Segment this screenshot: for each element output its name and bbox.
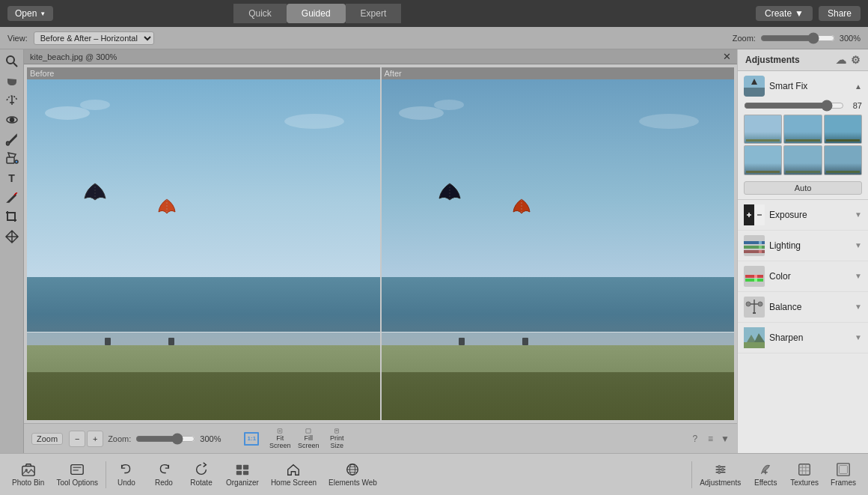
type-icon: T xyxy=(8,172,15,184)
crop-tool-button[interactable] xyxy=(3,208,21,226)
preview-thumb-3[interactable] xyxy=(824,115,862,144)
tool-options-button[interactable]: Tool Options xyxy=(50,462,104,487)
tab-quick[interactable]: Quick xyxy=(233,4,287,23)
hand-tool-button[interactable] xyxy=(3,72,21,90)
top-right-actions: Create ▼ Share xyxy=(756,6,861,21)
share-button[interactable]: Share xyxy=(819,6,861,21)
svg-point-3 xyxy=(10,118,13,122)
bottom-right-tabs: Adjustments Effects Textures xyxy=(690,461,862,488)
svg-rect-67 xyxy=(799,464,810,476)
sharpen-arrow: ▼ xyxy=(855,333,862,341)
surfer2 xyxy=(168,338,174,345)
svg-point-65 xyxy=(721,468,724,471)
lighting-label: Lighting xyxy=(769,240,850,251)
share-label: Share xyxy=(828,8,852,19)
frames-tab-icon xyxy=(836,462,851,477)
balance-item[interactable]: Balance ▼ xyxy=(738,292,868,323)
undo-button[interactable]: Undo xyxy=(108,462,145,487)
fit-screen-label: Fit Screen xyxy=(269,434,291,449)
textures-tab-button[interactable]: Textures xyxy=(784,462,825,487)
auto-button[interactable]: Auto xyxy=(744,181,862,195)
tab-expert[interactable]: Expert xyxy=(346,4,402,23)
elements-web-button[interactable]: Elements Web xyxy=(323,462,383,487)
print-size-button[interactable]: Print Size xyxy=(326,428,348,449)
lighting-item[interactable]: Lighting ▼ xyxy=(738,231,868,261)
brush-tool-button[interactable] xyxy=(3,130,21,148)
redo-button[interactable]: Redo xyxy=(145,462,183,487)
photo-bin-icon xyxy=(21,462,36,477)
smart-brush-button[interactable] xyxy=(3,189,21,207)
zoom-label: Zoom: xyxy=(733,34,756,43)
exposure-icon xyxy=(744,204,765,225)
close-canvas-button[interactable]: ✕ xyxy=(723,51,731,62)
redo-icon xyxy=(156,462,171,477)
zoom-out-button[interactable]: − xyxy=(69,431,85,447)
rotate-button[interactable]: Rotate xyxy=(183,462,220,487)
svg-rect-73 xyxy=(840,466,848,474)
smart-fix-slider-row: 87 xyxy=(744,100,862,112)
fit-screen-button[interactable]: Fit Screen xyxy=(269,428,291,449)
svg-rect-10 xyxy=(306,428,311,433)
open-button[interactable]: Open ▼ xyxy=(7,6,53,21)
open-arrow-icon: ▼ xyxy=(40,10,46,17)
svg-rect-5 xyxy=(7,157,14,163)
svg-rect-35 xyxy=(754,279,757,282)
canvas-wrap: kite_beach.jpg @ 300% ✕ Before xyxy=(24,49,737,453)
surfer1 xyxy=(105,338,111,345)
top-bar: Open ▼ Quick Guided Expert Create ▼ Shar… xyxy=(0,0,868,27)
zoom-slider[interactable] xyxy=(760,32,835,44)
view-select[interactable]: Before & After – Horizontal xyxy=(34,31,154,45)
view-label: View: xyxy=(7,34,28,43)
adjustments-tab-icon xyxy=(713,462,728,477)
svg-rect-30 xyxy=(759,250,762,253)
zoom-slider-bottom[interactable] xyxy=(135,433,195,445)
tab-guided[interactable]: Guided xyxy=(287,4,346,23)
home-screen-button[interactable]: Home Screen xyxy=(265,462,323,487)
exposure-item[interactable]: Exposure ▼ xyxy=(738,200,868,231)
left-toolbar: T xyxy=(0,49,24,453)
help-icon[interactable]: ? xyxy=(692,434,697,444)
create-button[interactable]: Create ▼ xyxy=(756,6,813,21)
paint-bucket-button[interactable] xyxy=(3,150,21,168)
fill-screen-label: Fill Screen xyxy=(297,434,320,449)
quick-select-button[interactable] xyxy=(3,91,21,109)
photo-bin-button[interactable]: Photo Bin xyxy=(6,462,50,487)
view-1to1-button[interactable]: 1:1 xyxy=(240,428,263,449)
zoom-icons: − + xyxy=(69,431,103,447)
color-item[interactable]: Color ▼ xyxy=(738,261,868,292)
fill-screen-button[interactable]: Fill Screen xyxy=(297,428,320,449)
cloud-icon[interactable]: ☁ xyxy=(836,54,846,66)
effects-tab-button[interactable]: Effects xyxy=(747,462,784,487)
organizer-button[interactable]: Organizer xyxy=(220,462,265,487)
preview-thumb-5[interactable] xyxy=(783,145,822,174)
adjustments-tab-button[interactable]: Adjustments xyxy=(694,462,747,487)
sharpen-item[interactable]: Sharpen ▼ xyxy=(738,323,868,353)
main-layout: T kite_beach.jpg @ 300% ✕ xyxy=(0,49,868,453)
frames-tab-button[interactable]: Frames xyxy=(825,462,862,487)
collapse-icon[interactable]: ▼ xyxy=(721,434,730,444)
preview-thumb-2[interactable] xyxy=(783,115,822,144)
zoom-sm-label: Zoom: xyxy=(108,434,131,443)
smart-fix-slider[interactable] xyxy=(744,100,844,112)
panel-header-icons: ☁ ⚙ xyxy=(836,54,861,66)
canvas-header: kite_beach.jpg @ 300% ✕ xyxy=(24,49,737,64)
zoom-area: Zoom: 300% xyxy=(733,32,861,44)
preview-thumb-4[interactable] xyxy=(744,145,782,174)
create-arrow-icon: ▼ xyxy=(795,8,804,19)
right-panel: Adjustments ☁ ⚙ Smart Fix xyxy=(737,49,868,453)
bottom-zoom-bar: Zoom − + Zoom: 300% 1:1 xyxy=(24,423,737,453)
settings-icon[interactable]: ⚙ xyxy=(851,54,861,66)
zoom-in-button[interactable]: + xyxy=(87,431,103,447)
bottom-toolbar: Photo Bin Tool Options Undo Redo Rotate xyxy=(0,453,868,495)
eye-tool-button[interactable] xyxy=(3,111,21,129)
move-tool-button[interactable] xyxy=(3,228,21,246)
zoom-value: 300% xyxy=(840,34,861,43)
type-tool-button[interactable]: T xyxy=(3,169,21,187)
tool-options-label: Tool Options xyxy=(56,479,98,487)
preview-thumb-6[interactable] xyxy=(824,145,862,174)
separator-right xyxy=(691,461,692,488)
list-icon[interactable]: ≡ xyxy=(708,434,713,444)
preview-thumb-1[interactable] xyxy=(744,115,782,144)
smart-fix-arrow[interactable]: ▲ xyxy=(855,82,862,91)
zoom-tool-button[interactable] xyxy=(3,52,21,70)
